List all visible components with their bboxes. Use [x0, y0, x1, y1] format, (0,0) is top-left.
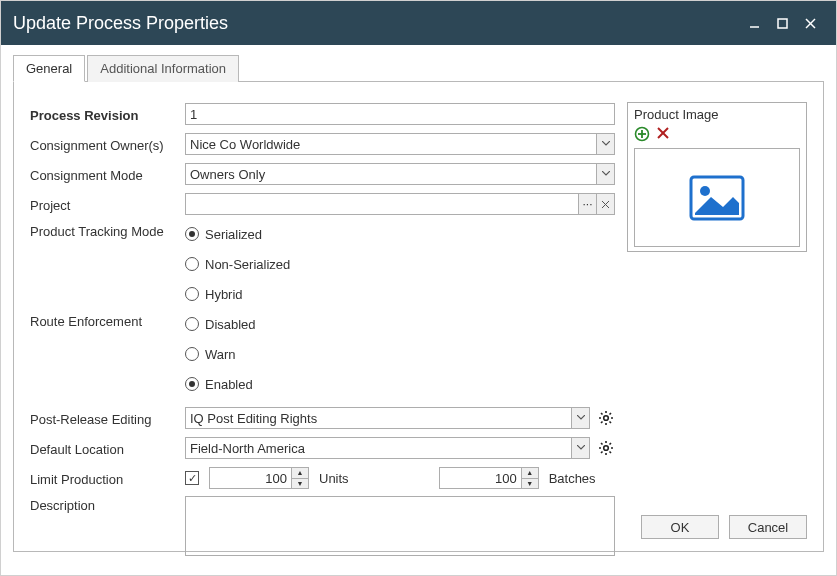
limit-production-checkbox[interactable]: ✓ [185, 471, 199, 485]
project-input[interactable]: ··· [185, 193, 615, 215]
radio-warn[interactable]: Warn [185, 342, 236, 366]
svg-line-21 [609, 452, 611, 454]
radio-icon [185, 287, 199, 301]
svg-point-15 [603, 446, 608, 451]
chevron-down-icon[interactable] [596, 134, 614, 154]
consignment-mode-combo[interactable]: Owners Only [185, 163, 615, 185]
tab-general[interactable]: General [13, 55, 85, 82]
svg-point-6 [603, 416, 608, 421]
gear-icon[interactable] [596, 408, 615, 428]
spin-down-icon[interactable]: ▼ [522, 479, 538, 489]
label-consignment-owners: Consignment Owner(s) [30, 136, 185, 153]
radio-icon [185, 227, 199, 241]
delete-image-icon[interactable] [656, 126, 670, 142]
svg-line-22 [601, 452, 603, 454]
default-location-combo[interactable]: Field-North America [185, 437, 590, 459]
label-consignment-mode: Consignment Mode [30, 166, 185, 183]
consignment-owners-combo[interactable]: Nice Co Worldwide [185, 133, 615, 155]
batches-label: Batches [549, 471, 596, 486]
radio-serialized[interactable]: Serialized [185, 222, 262, 246]
chevron-down-icon[interactable] [571, 408, 589, 428]
label-route-enforcement: Route Enforcement [30, 312, 185, 329]
cancel-button[interactable]: Cancel [729, 515, 807, 539]
window-title: Update Process Properties [13, 13, 228, 34]
spin-down-icon[interactable]: ▼ [292, 479, 308, 489]
radio-non-serialized[interactable]: Non-Serialized [185, 252, 290, 276]
add-image-icon[interactable] [634, 126, 650, 142]
close-button[interactable] [796, 9, 824, 37]
chevron-down-icon[interactable] [571, 438, 589, 458]
label-description: Description [30, 496, 185, 513]
radio-icon [185, 377, 199, 391]
gear-icon[interactable] [596, 438, 615, 458]
svg-line-20 [601, 443, 603, 445]
label-default-location: Default Location [30, 440, 185, 457]
process-revision-input[interactable]: 1 [185, 103, 615, 125]
description-textarea[interactable] [185, 496, 615, 556]
svg-line-23 [609, 443, 611, 445]
maximize-button[interactable] [768, 9, 796, 37]
svg-point-30 [700, 186, 710, 196]
label-project: Project [30, 196, 185, 213]
image-placeholder [634, 148, 800, 247]
radio-hybrid[interactable]: Hybrid [185, 282, 243, 306]
svg-line-14 [609, 413, 611, 415]
post-release-editing-combo[interactable]: IQ Post Editing Rights [185, 407, 590, 429]
radio-disabled[interactable]: Disabled [185, 312, 256, 336]
chevron-down-icon[interactable] [596, 164, 614, 184]
limit-batches-stepper[interactable]: 100 ▲▼ [439, 467, 539, 489]
label-post-release-editing: Post-Release Editing [30, 410, 185, 427]
tab-additional-information[interactable]: Additional Information [87, 55, 239, 82]
spin-up-icon[interactable]: ▲ [292, 468, 308, 479]
product-image-label: Product Image [634, 107, 800, 122]
label-product-tracking-mode: Product Tracking Mode [30, 222, 185, 239]
label-limit-production: Limit Production [30, 470, 185, 487]
radio-icon [185, 317, 199, 331]
svg-line-11 [601, 413, 603, 415]
svg-line-12 [609, 422, 611, 424]
ok-button[interactable]: OK [641, 515, 719, 539]
svg-line-13 [601, 422, 603, 424]
radio-icon [185, 347, 199, 361]
radio-icon [185, 257, 199, 271]
product-image-panel: Product Image [627, 102, 807, 252]
ellipsis-button[interactable]: ··· [578, 194, 596, 214]
minimize-button[interactable] [740, 9, 768, 37]
label-process-revision: Process Revision [30, 106, 185, 123]
limit-units-stepper[interactable]: 100 ▲▼ [209, 467, 309, 489]
units-label: Units [319, 471, 349, 486]
radio-enabled[interactable]: Enabled [185, 372, 253, 396]
spin-up-icon[interactable]: ▲ [522, 468, 538, 479]
svg-rect-1 [778, 19, 787, 28]
clear-button[interactable] [596, 194, 614, 214]
